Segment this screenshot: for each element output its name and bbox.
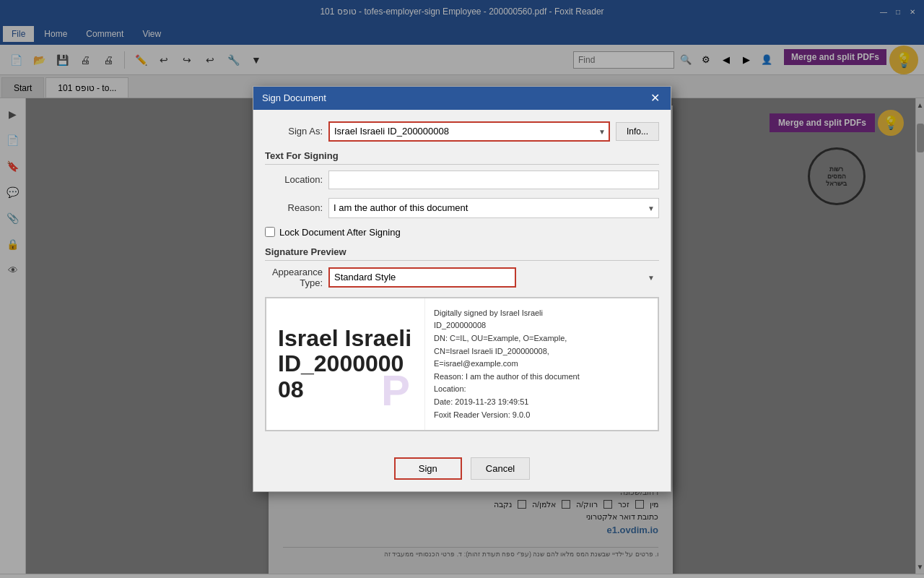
sig-detail-2: ID_200000008 (434, 319, 649, 332)
sig-detail-4: CN=Israel Israeli ID_200000008, (434, 345, 649, 358)
appearance-type-select[interactable]: Standard Style Simple Style Custom Style (328, 267, 516, 288)
reason-wrapper: I am the author of this document ▼ (328, 198, 659, 218)
sign-button[interactable]: Sign (394, 457, 462, 480)
lock-label[interactable]: Lock Document After Signing (265, 227, 401, 238)
text-for-signing-label: Text For Signing (265, 150, 659, 165)
modal-overlay: Sign Document ✕ Sign As: Israel Israeli … (0, 0, 924, 578)
dialog-buttons: Sign Cancel (253, 449, 671, 491)
sig-detail-7: Location: (434, 383, 649, 396)
dialog-title: Sign Document (262, 92, 326, 103)
sign-as-wrapper: Israel Israeli ID_200000008 ▼ (328, 121, 610, 142)
signature-preview-box: Israel Israeli ID_2000000 08 P Digitally… (265, 297, 659, 431)
dialog-titlebar: Sign Document ✕ (253, 87, 671, 110)
dialog-close-btn[interactable]: ✕ (648, 91, 662, 105)
location-label: Location: (265, 174, 323, 185)
sig-detail-5: E=israel@example.com (434, 358, 649, 371)
sig-detail-1: Digitally signed by Israel Israeli (434, 307, 649, 320)
sig-detail-6: Reason: I am the author of this document (434, 371, 649, 384)
cancel-button[interactable]: Cancel (471, 457, 530, 480)
sig-left-panel: Israel Israeli ID_2000000 08 P (266, 298, 425, 430)
sign-as-label: Sign As: (265, 126, 323, 137)
sign-document-dialog: Sign Document ✕ Sign As: Israel Israeli … (253, 86, 671, 492)
reason-select[interactable]: I am the author of this document (328, 198, 659, 218)
dialog-content: Sign As: Israel Israeli ID_200000008 ▼ I… (253, 110, 671, 449)
signature-preview-label: Signature Preview (265, 246, 659, 261)
lock-checkbox[interactable] (265, 227, 275, 237)
sign-as-select[interactable]: Israel Israeli ID_200000008 (328, 121, 610, 142)
reason-label: Reason: (265, 202, 323, 213)
appearance-type-label: Appearance Type: (265, 267, 323, 288)
appearance-wrapper: Standard Style Simple Style Custom Style… (328, 267, 659, 288)
location-row: Location: (265, 171, 659, 189)
lock-label-text: Lock Document After Signing (279, 227, 401, 238)
sign-as-row: Sign As: Israel Israeli ID_200000008 ▼ I… (265, 121, 659, 142)
sig-right-panel: Digitally signed by Israel Israeli ID_20… (425, 298, 658, 430)
reason-row: Reason: I am the author of this document… (265, 198, 659, 218)
sig-detail-8: Date: 2019-11-23 19:49:51 (434, 396, 649, 409)
appearance-type-row: Appearance Type: Standard Style Simple S… (265, 267, 659, 288)
sig-detail-3: DN: C=IL, OU=Example, O=Example, (434, 332, 649, 345)
appearance-dropdown-icon: ▼ (648, 273, 655, 281)
sig-watermark: P (381, 366, 410, 415)
lock-row: Lock Document After Signing (265, 227, 659, 238)
info-button[interactable]: Info... (616, 122, 659, 141)
location-input[interactable] (328, 171, 659, 189)
sig-detail-9: Foxit Reader Version: 9.0.0 (434, 409, 649, 422)
app-window: 101 טופס - tofes-employer-sign Employee … (0, 0, 924, 578)
